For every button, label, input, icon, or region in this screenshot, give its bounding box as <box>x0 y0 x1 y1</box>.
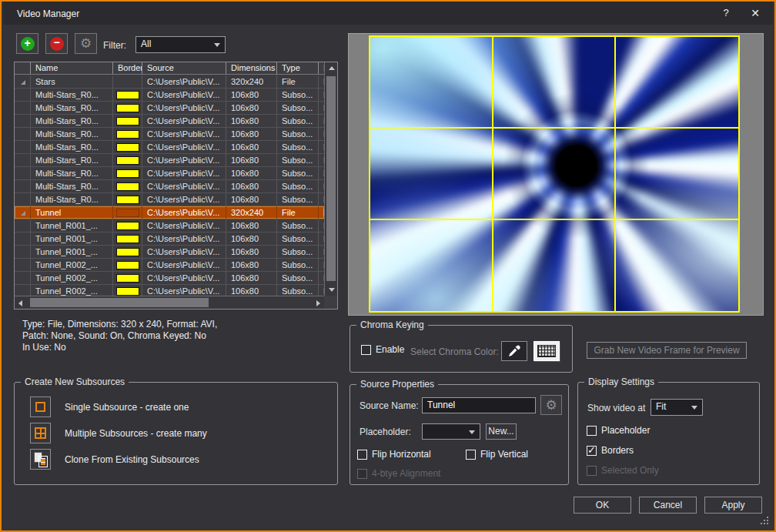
video-manager-window: Video Manager ? ✕ + − ⚙ Filter: All Name… <box>0 0 776 532</box>
table-row[interactable]: Tunnel_R002_...C:\Users\Public\V...106x8… <box>15 259 324 272</box>
row-name: Multi-Stars_R0... <box>31 102 113 114</box>
placeholder-dropdown[interactable] <box>422 423 480 440</box>
border-swatch <box>113 246 142 258</box>
flip-vertical-label: Flip Vertical <box>480 449 528 460</box>
cancel-button[interactable]: Cancel <box>639 497 697 514</box>
source-name-input[interactable]: Tunnel <box>422 397 536 413</box>
show-video-value: Fit <box>656 401 666 412</box>
close-icon[interactable]: ✕ <box>747 5 764 21</box>
table-header[interactable]: Name Border Source Dimensions Type In Us… <box>15 62 324 75</box>
expander-icon[interactable] <box>21 80 25 85</box>
checkbox-icon[interactable] <box>466 450 476 460</box>
chroma-enable-checkbox[interactable]: Enable <box>361 344 404 355</box>
chevron-down-icon <box>214 43 220 47</box>
table-row[interactable]: Multi-Stars_R0...C:\Users\Public\V...106… <box>15 141 324 154</box>
table-row[interactable]: Multi-Stars_R0...C:\Users\Public\V...106… <box>15 128 324 141</box>
new-placeholder-button[interactable]: New... <box>486 423 517 440</box>
ok-button[interactable]: OK <box>574 497 631 514</box>
scroll-down-icon[interactable] <box>326 284 337 296</box>
column-header-type[interactable]: Type <box>277 62 319 74</box>
source-settings-button[interactable]: ⚙ <box>75 33 97 54</box>
create-subsource-item[interactable]: Single Subsource - create one <box>30 396 189 417</box>
byte-alignment-checkbox[interactable]: 4-btye Alignment <box>357 468 440 479</box>
plus-icon: + <box>21 37 35 51</box>
column-header-border[interactable]: Border <box>113 62 142 74</box>
checkbox-icon[interactable] <box>357 450 367 460</box>
row-source: C:\Users\Public\V... <box>142 206 226 219</box>
help-icon[interactable]: ? <box>717 5 734 21</box>
table-row[interactable]: Multi-Stars_R0...C:\Users\Public\V...106… <box>15 180 324 193</box>
flip-vertical-checkbox[interactable]: Flip Vertical <box>466 449 528 460</box>
row-name: Multi-Stars_R0... <box>31 193 113 206</box>
source-name-settings-button[interactable]: ⚙ <box>540 395 562 415</box>
row-name: Tunnel_R002_... <box>31 272 113 284</box>
source-name-label: Source Name: <box>360 400 419 411</box>
video-preview[interactable] <box>369 35 740 313</box>
row-name: Multi-Stars_R0... <box>31 128 113 140</box>
horizontal-scroll-thumb[interactable] <box>30 298 209 307</box>
checkbox-icon <box>357 469 367 479</box>
grab-frame-button[interactable]: Grab New Video Frame for Preview <box>587 342 747 359</box>
multiple-subsources-icon[interactable] <box>30 423 51 443</box>
clone-subsources-icon[interactable] <box>30 449 51 470</box>
scroll-up-icon[interactable] <box>326 62 337 74</box>
column-header-inuse[interactable]: In Use <box>319 62 324 74</box>
table-row[interactable]: Multi-Stars_R0...C:\Users\Public\V...106… <box>15 167 324 180</box>
table-row[interactable]: Multi-Stars_R0...C:\Users\Public\V...106… <box>15 89 324 102</box>
titlebar[interactable]: Video Manager ? ✕ <box>3 2 773 25</box>
table-row[interactable]: Tunnel_R002_...C:\Users\Public\V...106x8… <box>15 272 324 285</box>
checkbox-icon[interactable] <box>361 345 371 355</box>
table-row[interactable]: Tunnel_R001_...C:\Users\Public\V...106x8… <box>15 233 324 246</box>
row-type: Subso... <box>277 233 319 245</box>
apply-button[interactable]: Apply <box>704 497 762 514</box>
vertical-scroll-thumb[interactable] <box>326 76 336 281</box>
checkbox-icon[interactable] <box>587 446 597 456</box>
remove-source-button[interactable]: − <box>45 33 68 54</box>
row-name: Tunnel_R002_... <box>31 259 113 271</box>
table-row[interactable]: Multi-Stars_R0...C:\Users\Public\V...106… <box>15 115 324 128</box>
column-header-dimensions[interactable]: Dimensions <box>226 62 277 74</box>
row-dimensions: 106x80 <box>226 102 277 114</box>
column-header-source[interactable]: Source <box>142 62 226 74</box>
border-color-swatch <box>116 235 139 243</box>
eyedropper-button[interactable] <box>501 341 527 361</box>
checkbox-icon[interactable] <box>587 426 597 436</box>
chevron-down-icon <box>691 406 697 410</box>
checkbox-icon <box>587 466 597 476</box>
borders-checkbox[interactable]: Borders <box>587 445 634 456</box>
chroma-color-palette-button[interactable] <box>534 341 560 361</box>
add-source-button[interactable]: + <box>16 33 38 54</box>
table-row[interactable]: Tunnel_R002_...C:\Users\Public\V...106x8… <box>15 285 324 296</box>
show-video-dropdown[interactable]: Fit <box>651 399 703 416</box>
create-subsource-item[interactable]: Clone From Existing Subsources <box>30 449 199 470</box>
scroll-right-icon[interactable] <box>313 297 324 309</box>
row-inuse: No <box>319 233 324 245</box>
chroma-enable-label: Enable <box>376 344 404 355</box>
filter-dropdown[interactable]: All <box>135 36 226 53</box>
single-subsource-icon[interactable] <box>30 396 51 417</box>
row-inuse: No <box>319 167 324 179</box>
table-row[interactable]: StarsC:\Users\Public\V...320x240FileNo <box>15 75 324 89</box>
selected-only-checkbox[interactable]: Selected Only <box>587 465 659 476</box>
scroll-left-icon[interactable] <box>15 297 26 309</box>
row-source: C:\Users\Public\V... <box>142 154 226 166</box>
display-settings-title: Display Settings <box>584 376 658 387</box>
vertical-scrollbar[interactable] <box>324 62 337 296</box>
table-row[interactable]: Multi-Stars_R0...C:\Users\Public\V...106… <box>15 193 324 206</box>
subsource-borders-overlay <box>369 35 740 313</box>
resize-grip[interactable] <box>761 517 768 524</box>
border-swatch <box>113 193 142 206</box>
table-row[interactable]: Tunnel_R001_...C:\Users\Public\V...106x8… <box>15 246 324 259</box>
placeholder-display-checkbox[interactable]: Placeholder <box>587 425 650 436</box>
horizontal-scrollbar[interactable] <box>15 296 324 309</box>
table-row[interactable]: Multi-Stars_R0...C:\Users\Public\V...106… <box>15 154 324 167</box>
row-dimensions: 106x80 <box>226 154 277 166</box>
table-row[interactable]: Tunnel_R001_...C:\Users\Public\V...106x8… <box>15 219 324 233</box>
flip-horizontal-checkbox[interactable]: Flip Horizontal <box>357 449 431 460</box>
table-row[interactable]: Multi-Stars_R0...C:\Users\Public\V...106… <box>15 102 324 115</box>
row-name: Multi-Stars_R0... <box>31 154 113 166</box>
table-row[interactable]: TunnelC:\Users\Public\V...320x240FileNo <box>15 206 324 219</box>
create-subsource-item[interactable]: Multiple Subsources - create many <box>30 423 207 443</box>
expander-icon[interactable] <box>21 211 25 216</box>
column-header-name[interactable]: Name <box>31 62 113 74</box>
